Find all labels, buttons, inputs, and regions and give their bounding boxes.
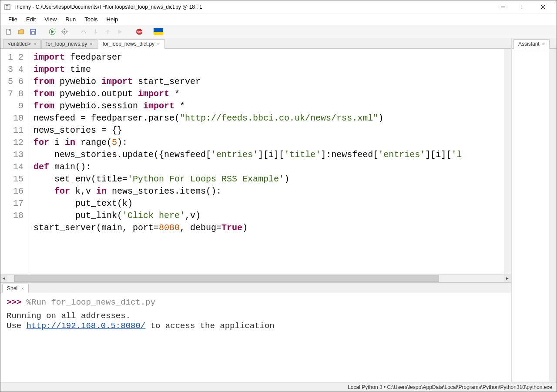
close-icon[interactable]: × — [90, 41, 92, 47]
debug-button[interactable] — [60, 27, 69, 37]
new-file-button[interactable] — [4, 27, 13, 37]
menu-help[interactable]: Help — [102, 14, 123, 24]
assistant-tabs: Assistant× — [512, 38, 557, 49]
menu-file[interactable]: File — [4, 14, 22, 24]
main-area: <untitled>×for_loop_news.py×for_loop_new… — [0, 38, 557, 382]
svg-text:T: T — [6, 5, 8, 10]
shell-tabs: Shell× — [0, 283, 511, 293]
resume-button[interactable] — [115, 27, 125, 37]
menu-run[interactable]: Run — [61, 14, 80, 24]
code-editor[interactable]: 1 2 3 4 5 6 7 8 9 10 11 12 13 14 15 16 1… — [0, 49, 511, 274]
editor-area: <untitled>×for_loop_news.py×for_loop_new… — [0, 38, 511, 282]
tab-for_loop_news_dict-py[interactable]: for_loop_news_dict.py× — [98, 39, 165, 49]
tab-label: for_loop_news.py — [46, 41, 87, 47]
editor-tabs: <untitled>×for_loop_news.py×for_loop_new… — [0, 38, 511, 49]
ukraine-flag-icon[interactable] — [154, 28, 163, 35]
shell-line: Running on all addresses. — [7, 311, 505, 321]
close-icon[interactable]: × — [542, 41, 545, 47]
menu-tools[interactable]: Tools — [80, 14, 102, 24]
shell-command: %Run for_loop_news_dict.py — [27, 298, 155, 307]
window-title: Thonny - C:\Users\lespo\Documents\TH\for… — [13, 4, 493, 10]
maximize-button[interactable] — [513, 0, 533, 13]
step-into-button[interactable] — [91, 27, 101, 37]
tab-shell[interactable]: Shell× — [2, 284, 29, 293]
svg-rect-21 — [154, 28, 163, 32]
step-out-button[interactable] — [103, 27, 113, 37]
left-column: <untitled>×for_loop_news.py×for_loop_new… — [0, 38, 511, 382]
minimize-button[interactable] — [493, 0, 513, 13]
shell-link[interactable]: http://192.168.0.5:8080/ — [27, 321, 146, 331]
open-file-button[interactable] — [16, 27, 26, 37]
tab-untitled[interactable]: <untitled>× — [3, 39, 41, 48]
toolbar: STOP — [0, 25, 557, 38]
tab-label: for_loop_news_dict.py — [103, 41, 154, 47]
shell-prompt: >>> — [7, 298, 27, 307]
svg-rect-9 — [32, 32, 34, 34]
right-column: Assistant× — [511, 38, 557, 382]
code-content[interactable]: import feedparserimport timefrom pywebio… — [28, 49, 511, 274]
tab-for_loop_news-py[interactable]: for_loop_news.py× — [41, 39, 97, 48]
shell-line: Use http://192.168.0.5:8080/ to access t… — [7, 321, 505, 331]
svg-rect-22 — [154, 32, 163, 35]
close-icon[interactable]: × — [21, 286, 24, 291]
statusbar: Local Python 3 • C:\Users\lespo\AppData\… — [0, 382, 557, 392]
editor-vscrollbar[interactable] — [504, 49, 511, 274]
svg-rect-3 — [521, 5, 525, 9]
svg-text:STOP: STOP — [137, 31, 143, 34]
line-gutter: 1 2 3 4 5 6 7 8 9 10 11 12 13 14 15 16 1… — [0, 49, 28, 274]
close-icon[interactable]: × — [157, 41, 160, 47]
assistant-vscrollbar[interactable] — [549, 49, 556, 382]
close-button[interactable] — [533, 0, 553, 13]
menu-edit[interactable]: Edit — [22, 14, 40, 24]
scroll-left-icon[interactable]: ◄ — [0, 275, 7, 282]
tab-label: <untitled> — [8, 41, 31, 47]
close-icon[interactable]: × — [34, 41, 36, 47]
assistant-panel — [512, 49, 557, 382]
step-over-button[interactable] — [79, 27, 88, 37]
svg-rect-8 — [31, 30, 35, 31]
hscroll-thumb[interactable] — [14, 275, 439, 282]
shell-output[interactable]: >>> %Run for_loop_news_dict.py Running o… — [0, 293, 511, 382]
editor-hscrollbar[interactable]: ◄ ► — [0, 274, 511, 282]
menu-view[interactable]: View — [40, 14, 61, 24]
tab-assistant[interactable]: Assistant× — [513, 39, 550, 49]
stop-button[interactable]: STOP — [134, 27, 144, 37]
assistant-tab-label: Assistant — [518, 41, 540, 47]
app-icon: T — [4, 3, 11, 10]
shell-area: Shell× >>> %Run for_loop_news_dict.py Ru… — [0, 282, 511, 382]
scroll-right-icon[interactable]: ► — [504, 275, 511, 282]
svg-point-12 — [64, 31, 65, 33]
shell-tab-label: Shell — [7, 285, 19, 291]
save-file-button[interactable] — [28, 27, 38, 37]
window-controls — [493, 0, 553, 13]
titlebar: T Thonny - C:\Users\lespo\Documents\TH\f… — [0, 0, 557, 13]
menubar: FileEditViewRunToolsHelp — [0, 13, 557, 25]
run-button[interactable] — [47, 27, 57, 37]
status-text: Local Python 3 • C:\Users\lespo\AppData\… — [348, 384, 552, 390]
